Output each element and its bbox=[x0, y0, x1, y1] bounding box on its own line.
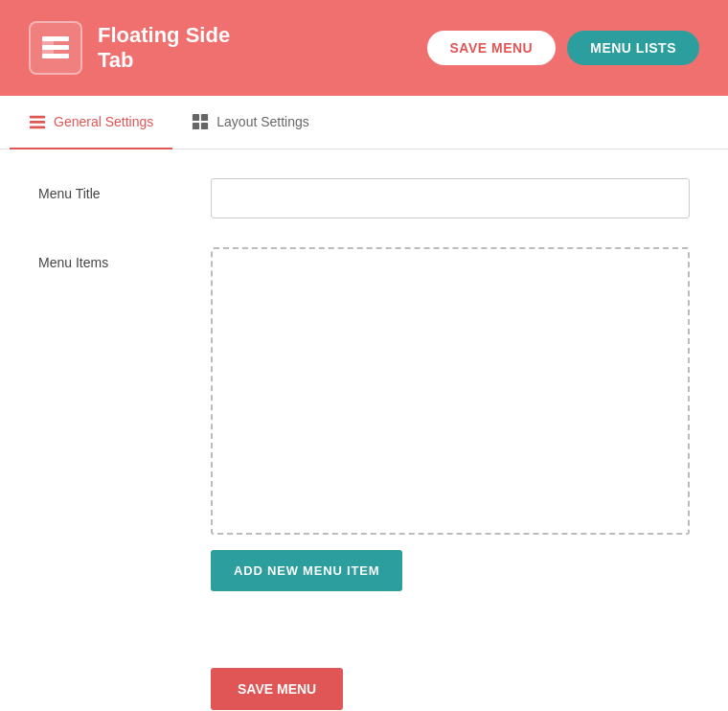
svg-rect-10 bbox=[201, 123, 208, 129]
svg-rect-4 bbox=[30, 116, 45, 119]
menu-items-control: ADD NEW MENU ITEM bbox=[211, 247, 690, 591]
menu-title-control bbox=[211, 178, 690, 218]
app-header: Floating Side Tab SAVE MENU MENU LISTS bbox=[0, 0, 728, 96]
svg-rect-9 bbox=[193, 123, 199, 129]
save-menu-header-button[interactable]: SAVE MENU bbox=[427, 31, 557, 65]
header-brand: Floating Side Tab bbox=[29, 21, 230, 75]
menu-title-input[interactable] bbox=[211, 178, 690, 218]
tab-general-settings[interactable]: General Settings bbox=[10, 96, 172, 149]
app-title: Floating Side Tab bbox=[98, 23, 230, 74]
svg-rect-5 bbox=[30, 121, 45, 124]
tab-bar: General Settings Layout Settings bbox=[0, 96, 728, 149]
app-logo bbox=[29, 21, 82, 75]
svg-rect-7 bbox=[193, 114, 199, 121]
content-area: General Settings Layout Settings Menu Ti… bbox=[0, 96, 728, 711]
menu-items-row: Menu Items ADD NEW MENU ITEM bbox=[38, 247, 690, 591]
menu-items-label: Menu Items bbox=[38, 247, 211, 270]
menu-lists-button[interactable]: MENU LISTS bbox=[567, 31, 699, 65]
menu-icon bbox=[40, 33, 71, 63]
add-menu-item-button[interactable]: ADD NEW MENU ITEM bbox=[211, 550, 402, 591]
save-row: SAVE MENU bbox=[0, 649, 728, 711]
svg-rect-8 bbox=[201, 114, 208, 121]
tab-layout-settings[interactable]: Layout Settings bbox=[172, 96, 329, 149]
general-settings-icon bbox=[29, 113, 46, 130]
form-area: Menu Title Menu Items ADD NEW MENU ITEM bbox=[0, 149, 728, 649]
save-menu-bottom-button[interactable]: SAVE MENU bbox=[211, 668, 343, 710]
header-actions: SAVE MENU MENU LISTS bbox=[427, 31, 699, 65]
tab-general-settings-label: General Settings bbox=[54, 114, 153, 129]
menu-title-label: Menu Title bbox=[38, 178, 211, 201]
layout-settings-icon bbox=[192, 113, 209, 130]
tab-layout-settings-label: Layout Settings bbox=[216, 114, 309, 129]
menu-title-row: Menu Title bbox=[38, 178, 690, 218]
menu-items-box bbox=[211, 247, 690, 535]
svg-rect-6 bbox=[30, 126, 45, 129]
svg-rect-3 bbox=[42, 36, 54, 58]
